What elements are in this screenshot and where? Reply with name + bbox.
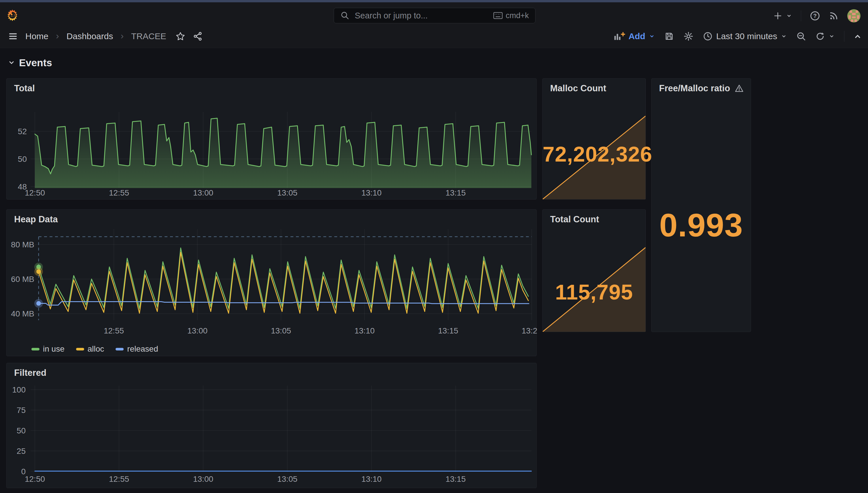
legend-swatch <box>76 348 84 350</box>
panel-malloc-count: Malloc Count 72,202,326 <box>542 78 646 199</box>
malloc-count-value: 72,202,326 <box>543 144 645 165</box>
collapse-toolbar-button[interactable] <box>853 32 862 40</box>
global-search[interactable]: cmd+k <box>334 8 535 23</box>
svg-text:50: 50 <box>18 155 27 164</box>
svg-text:13:05: 13:05 <box>277 188 297 197</box>
breadcrumb: Home › Dashboards › TRACEE <box>8 25 203 48</box>
chevron-down-icon <box>786 13 792 19</box>
svg-text:52: 52 <box>18 127 27 136</box>
svg-text:75: 75 <box>17 406 26 415</box>
svg-text:13:05: 13:05 <box>271 326 291 335</box>
legend-item-alloc[interactable]: alloc <box>76 344 104 353</box>
breadcrumb-current: TRACEE <box>131 31 166 41</box>
add-button-label: Add <box>628 31 645 41</box>
panel-total-count: Total Count 115,795 <box>542 209 646 332</box>
svg-text:12:55: 12:55 <box>104 326 124 335</box>
svg-text:13:00: 13:00 <box>193 475 213 484</box>
clock-icon <box>703 31 713 41</box>
share-button[interactable] <box>193 31 203 41</box>
help-button[interactable]: ? <box>810 10 820 21</box>
profile-avatar[interactable] <box>847 9 861 22</box>
shortcut-label: cmd+k <box>506 11 529 20</box>
search-icon <box>340 11 350 20</box>
svg-text:13:00: 13:00 <box>193 188 213 197</box>
malloc-sparkline <box>543 79 645 199</box>
svg-text:80 MB: 80 MB <box>11 240 34 249</box>
svg-text:25: 25 <box>17 447 26 455</box>
refresh-button[interactable] <box>815 31 835 41</box>
divider <box>844 31 844 42</box>
save-dashboard-button[interactable] <box>664 31 674 41</box>
svg-text:13:15: 13:15 <box>446 188 466 197</box>
dashboard-toolbar: Add Last 30 minutes <box>614 25 862 48</box>
window-top-strip <box>0 0 868 2</box>
svg-text:13:10: 13:10 <box>361 188 381 197</box>
chevron-down-icon <box>781 33 787 40</box>
panel-total: Total 48505212:5012:5513:0013:0513:1013:… <box>6 78 537 199</box>
panel-filtered: Filtered 100755025012:5012:5513:0013:051… <box>6 363 537 488</box>
svg-text:50: 50 <box>17 426 26 435</box>
breadcrumb-dashboards[interactable]: Dashboards <box>66 31 113 41</box>
svg-text:13:10: 13:10 <box>354 326 375 335</box>
legend-swatch <box>116 348 124 350</box>
total-count-value: 115,795 <box>543 282 645 303</box>
zoom-out-button[interactable] <box>796 31 806 41</box>
divider <box>801 10 801 21</box>
breadcrumb-home[interactable]: Home <box>25 31 48 41</box>
warning-icon[interactable] <box>735 84 744 93</box>
breadcrumb-separator: › <box>121 30 124 41</box>
svg-text:12:55: 12:55 <box>109 188 129 197</box>
keyboard-icon <box>493 12 503 19</box>
svg-text:13:20: 13:20 <box>522 326 537 335</box>
navbar-actions: ? <box>773 5 861 27</box>
panel-heap-data: Heap Data 80 MB60 MB40 MB12:5513:0013:05… <box>6 209 537 356</box>
dashboard-settings-button[interactable] <box>683 31 694 41</box>
panel-title[interactable]: Free/Malloc ratio <box>659 83 744 93</box>
add-button[interactable]: Add <box>614 31 655 41</box>
svg-text:12:50: 12:50 <box>25 188 45 197</box>
heap-data-chart[interactable]: 80 MB60 MB40 MB12:5513:0013:0513:1013:15… <box>7 210 537 357</box>
chevron-down-icon <box>828 33 835 40</box>
time-range-label: Last 30 minutes <box>716 31 777 41</box>
new-menu-button[interactable] <box>773 11 792 20</box>
svg-text:13:15: 13:15 <box>438 326 458 335</box>
free-malloc-ratio-value: 0.993 <box>652 209 751 242</box>
menu-toggle-button[interactable] <box>8 31 18 41</box>
svg-text:100: 100 <box>12 385 26 394</box>
add-panel-icon <box>614 32 625 41</box>
total-chart[interactable]: 48505212:5012:5513:0013:0513:1013:15 <box>7 79 537 200</box>
svg-text:40 MB: 40 MB <box>11 309 34 318</box>
time-range-button[interactable]: Last 30 minutes <box>703 31 787 41</box>
svg-text:60 MB: 60 MB <box>11 275 34 284</box>
legend-item-in-use[interactable]: in use <box>32 344 65 353</box>
favorite-star-button[interactable] <box>175 31 185 41</box>
app-navbar: cmd+k ? <box>0 2 868 25</box>
section-row-events[interactable]: Events <box>8 57 52 68</box>
svg-text:13:15: 13:15 <box>446 475 466 484</box>
news-rss-button[interactable] <box>829 11 839 21</box>
svg-text:12:50: 12:50 <box>25 475 45 484</box>
filtered-chart[interactable]: 100755025012:5012:5513:0013:0513:1013:15 <box>7 363 537 488</box>
search-input[interactable] <box>354 10 489 21</box>
svg-text:13:05: 13:05 <box>277 475 297 484</box>
svg-text:12:55: 12:55 <box>109 475 129 484</box>
grafana-logo-icon[interactable] <box>6 9 19 22</box>
chevron-down-icon <box>8 59 15 66</box>
panel-free-malloc-ratio: Free/Malloc ratio 0.993 <box>651 78 751 332</box>
chart-legend: in use alloc released <box>32 344 158 353</box>
svg-text:13:00: 13:00 <box>187 326 207 335</box>
svg-text:?: ? <box>813 13 817 19</box>
refresh-icon <box>815 31 825 41</box>
svg-text:13:10: 13:10 <box>361 475 381 484</box>
legend-item-released[interactable]: released <box>116 344 158 353</box>
section-title: Events <box>19 57 52 68</box>
breadcrumb-separator: › <box>56 30 59 41</box>
chevron-down-icon <box>649 33 655 40</box>
total-count-sparkline <box>543 210 645 332</box>
legend-swatch <box>32 348 40 350</box>
shortcut-hint: cmd+k <box>493 11 529 20</box>
plus-icon <box>773 11 782 20</box>
grafana-dashboard: cmd+k ? <box>0 0 868 493</box>
